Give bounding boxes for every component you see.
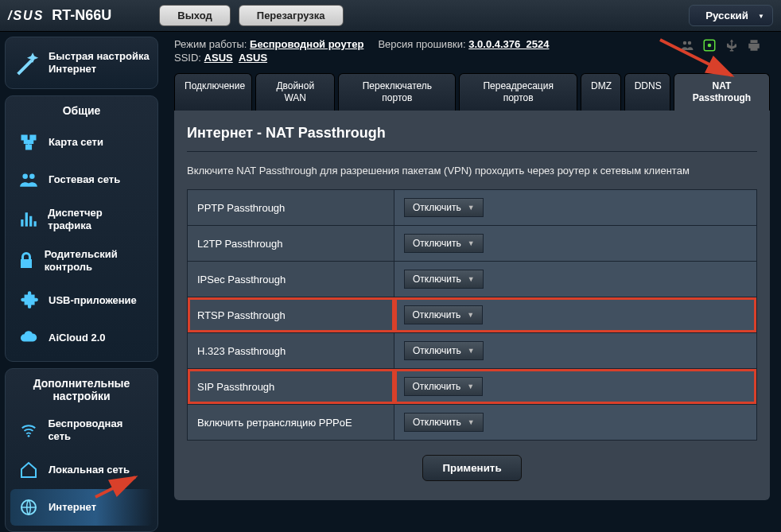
mode-link[interactable]: Беспроводной роутер (250, 38, 363, 50)
sidebar-item-label: Гостевая сеть (49, 173, 120, 186)
lock-icon (17, 250, 37, 271)
setting-cell: Отключить (394, 226, 757, 262)
quick-setup-label: Быстрая настройка Интернет (49, 50, 150, 75)
setting-label: L2TP Passthrough (188, 226, 394, 262)
tab-port-trigger[interactable]: Переключатель портов (338, 73, 456, 111)
setting-row: L2TP PassthroughОтключить (188, 226, 757, 262)
ssid-label: SSID: (174, 52, 201, 64)
setting-select[interactable]: Отключить (404, 270, 484, 289)
advanced-card: Дополнительные настройки Беспроводная се… (5, 368, 158, 531)
sidebar-item-label: Локальная сеть (49, 464, 130, 476)
ssid-link-1[interactable]: ASUS (204, 52, 233, 64)
quick-setup-card: Быстрая настройка Интернет (5, 37, 158, 89)
sidebar-item-aicloud[interactable]: AiCloud 2.0 (10, 319, 153, 355)
model-name: RT-N66U (52, 7, 111, 24)
general-header: Общие (9, 101, 154, 123)
globe-icon (17, 497, 41, 518)
tab-ddns[interactable]: DDNS (624, 73, 670, 111)
setting-label: Включить ретрансляцию PPPoE (188, 405, 394, 441)
sidebar-item-label: Родительский контроль (45, 248, 146, 273)
svg-point-5 (708, 44, 712, 48)
tab-port-forward[interactable]: Переадресация портов (459, 73, 577, 111)
sidebar-item-wireless[interactable]: Беспроводная сеть (10, 410, 153, 450)
language-select[interactable]: Русский (689, 5, 773, 26)
ssid-link-2[interactable]: ASUS (239, 52, 267, 64)
sidebar-item-label: Диспетчер трафика (48, 207, 146, 231)
sidebar-item-label: AiCloud 2.0 (49, 332, 106, 344)
info-line-2: SSID: ASUS ASUS (174, 52, 770, 64)
traffic-icon (17, 209, 40, 230)
setting-row: IPSec PassthroughОтключить (188, 262, 757, 297)
setting-label: RTSP Passthrough (188, 297, 394, 333)
setting-row: RTSP PassthroughОтключить (188, 297, 757, 333)
setting-label: PPTP Passthrough (188, 190, 394, 226)
tab-bar: Подключение Двойной WAN Переключатель по… (174, 73, 770, 111)
tab-connection[interactable]: Подключение (174, 73, 252, 111)
panel-nat-passthrough: Интернет - NAT Passthrough Включите NAT … (174, 111, 770, 500)
advanced-header: Дополнительные настройки (9, 374, 154, 409)
setting-row: PPTP PassthroughОтключить (188, 190, 757, 226)
sidebar-item-parental-control[interactable]: Родительский контроль (10, 240, 153, 281)
tab-nat-passthrough[interactable]: NAT Passthrough (674, 73, 770, 111)
cloud-icon (17, 327, 41, 348)
network-map-icon (17, 132, 41, 153)
setting-select[interactable]: Отключить (404, 305, 484, 324)
puzzle-icon (17, 289, 41, 310)
svg-point-2 (27, 435, 29, 437)
setting-label: IPSec Passthrough (188, 262, 394, 297)
setting-cell: Отключить (394, 190, 757, 226)
sidebar-item-network-map[interactable]: Карта сети (10, 124, 153, 161)
sidebar-item-label: Беспроводная сеть (48, 417, 146, 442)
setting-select[interactable]: Отключить (404, 377, 484, 396)
setting-select[interactable]: Отключить (404, 341, 484, 360)
fw-label: Версия прошивки: (378, 38, 465, 50)
brand-logo: /SUS (8, 9, 44, 23)
setting-cell: Отключить (394, 369, 757, 405)
panel-description: Включите NAT Passthrough для разрешения … (187, 165, 757, 177)
tab-dmz[interactable]: DMZ (581, 73, 621, 111)
home-icon (17, 460, 41, 480)
logout-button[interactable]: Выход (159, 5, 230, 26)
sidebar: Быстрая настройка Интернет Общие Карта с… (0, 32, 163, 532)
wand-icon (14, 49, 41, 77)
quick-internet-setup[interactable]: Быстрая настройка Интернет (9, 42, 154, 83)
sidebar-item-internet[interactable]: Интернет (10, 489, 153, 526)
general-card: Общие Карта сети Гостевая сеть Диспетчер… (5, 95, 158, 362)
mode-label: Режим работы: (174, 38, 247, 50)
panel-title: Интернет - NAT Passthrough (187, 125, 757, 152)
setting-row: H.323 PassthroughОтключить (188, 333, 757, 369)
setting-select[interactable]: Отключить (404, 234, 484, 253)
sidebar-item-traffic-manager[interactable]: Диспетчер трафика (10, 199, 153, 239)
info-line-1: Режим работы: Беспроводной роутер Версия… (174, 38, 770, 50)
fw-link[interactable]: 3.0.0.4.376_2524 (468, 38, 549, 50)
sidebar-item-guest-network[interactable]: Гостевая сеть (10, 161, 153, 198)
setting-label: H.323 Passthrough (188, 333, 394, 369)
setting-row: Включить ретрансляцию PPPoEОтключить (188, 405, 757, 441)
sidebar-item-usb-app[interactable]: USB-приложение (10, 282, 153, 318)
wifi-icon (17, 420, 40, 441)
apply-button[interactable]: Применить (422, 455, 521, 481)
settings-table: PPTP PassthroughОтключитьL2TP Passthroug… (187, 189, 757, 441)
sidebar-item-label: USB-приложение (49, 294, 137, 307)
setting-cell: Отключить (394, 262, 757, 297)
setting-cell: Отключить (394, 297, 757, 333)
reboot-button[interactable]: Перезагрузка (239, 5, 344, 26)
sidebar-item-label: Интернет (49, 501, 96, 514)
top-bar: /SUS RT-N66U Выход Перезагрузка Русский (0, 0, 781, 32)
setting-label: SIP Passthrough (188, 369, 394, 405)
setting-cell: Отключить (394, 405, 757, 441)
svg-point-1 (29, 173, 35, 179)
guest-network-icon (17, 169, 41, 190)
setting-cell: Отключить (394, 333, 757, 369)
main-content: Режим работы: Беспроводной роутер Версия… (163, 32, 781, 532)
sidebar-item-lan[interactable]: Локальная сеть (10, 452, 153, 488)
setting-select[interactable]: Отключить (404, 413, 484, 432)
setting-row: SIP PassthroughОтключить (188, 369, 757, 405)
svg-point-0 (22, 173, 28, 179)
tab-dual-wan[interactable]: Двойной WAN (255, 73, 335, 111)
setting-select[interactable]: Отключить (404, 198, 484, 217)
sidebar-item-label: Карта сети (49, 136, 103, 149)
